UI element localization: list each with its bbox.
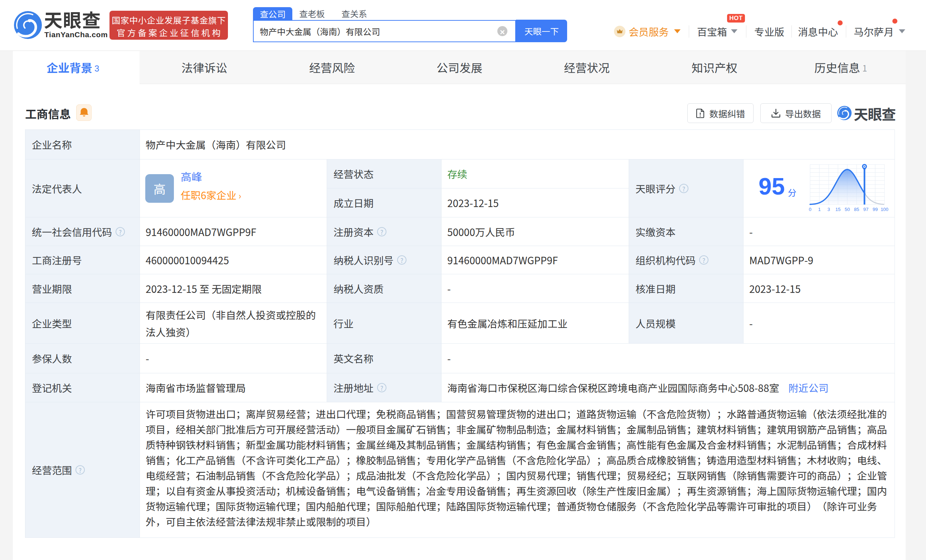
svg-text:50: 50: [845, 207, 850, 212]
svg-text:3: 3: [827, 207, 830, 212]
svg-text:100: 100: [881, 207, 888, 212]
svg-text:1: 1: [818, 207, 820, 212]
svg-text:97: 97: [863, 207, 869, 212]
svg-text:0: 0: [809, 207, 811, 212]
svg-text:85: 85: [854, 207, 859, 212]
svg-text:99: 99: [873, 207, 878, 212]
svg-text:15: 15: [835, 207, 840, 212]
